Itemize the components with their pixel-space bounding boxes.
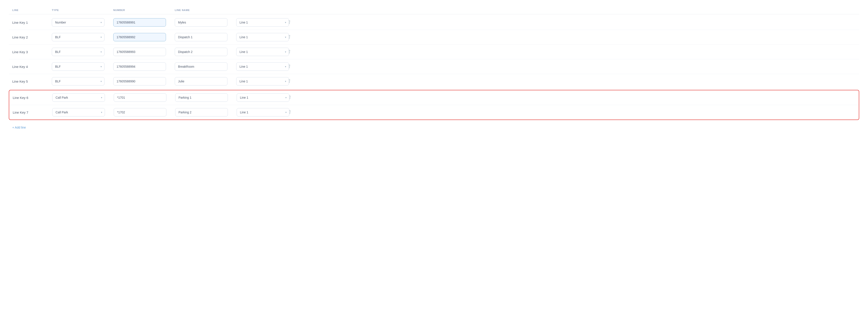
line-option-select[interactable]: Line 1Line 2Line 3: [237, 93, 289, 102]
table-row: Line Key 5NumberBLFCall ParkSpeed DialLi…: [9, 74, 859, 89]
table-row: Line Key 4NumberBLFCall ParkSpeed DialLi…: [9, 59, 859, 74]
number-col: [114, 93, 175, 102]
line-key-label: Line Key 1: [12, 21, 52, 24]
line-option-select[interactable]: Line 1Line 2Line 3: [236, 48, 289, 56]
highlighted-rows-container: Line Key 6NumberBLFCall ParkSpeed DialLi…: [9, 90, 859, 120]
line-key-label: Line Key 2: [12, 35, 52, 39]
name-col: [175, 77, 236, 86]
type-col: NumberBLFCall ParkSpeed DialLine▾: [52, 62, 113, 71]
type-select[interactable]: NumberBLFCall ParkSpeed DialLine: [52, 48, 104, 56]
type-select-wrapper: NumberBLFCall ParkSpeed DialLine▾: [52, 77, 104, 86]
type-select-wrapper: NumberBLFCall ParkSpeed DialLine▾: [52, 33, 104, 41]
line-key-label: Line Key 3: [12, 50, 52, 54]
name-input[interactable]: [175, 18, 227, 27]
type-select-wrapper: NumberBLFCall ParkSpeed DialLine▾: [52, 93, 105, 102]
line-option-select-wrapper: Line 1Line 2Line 3▾: [236, 18, 289, 27]
line-option-col: Line 1Line 2Line 3▾: [236, 62, 284, 71]
line-key-label: Line Key 6: [13, 96, 52, 99]
type-col: NumberBLFCall ParkSpeed DialLine▾: [52, 93, 114, 102]
line-option-select[interactable]: Line 1Line 2Line 3: [237, 108, 289, 116]
type-select-wrapper: NumberBLFCall ParkSpeed DialLine▾: [52, 18, 104, 27]
table-row: Line Key 1NumberBLFCall ParkSpeed DialLi…: [9, 15, 859, 30]
name-col: [175, 93, 237, 102]
name-col: [175, 18, 236, 27]
type-select[interactable]: NumberBLFCall ParkSpeed DialLine: [52, 62, 104, 71]
type-select[interactable]: NumberBLFCall ParkSpeed DialLine: [52, 33, 104, 41]
header-line-name: LINE NAME: [175, 9, 236, 11]
line-option-col: Line 1Line 2Line 3▾: [236, 77, 284, 86]
number-col: [114, 108, 175, 116]
line-option-select-wrapper: Line 1Line 2Line 3▾: [236, 48, 289, 56]
name-input[interactable]: [175, 48, 227, 56]
number-input[interactable]: [113, 77, 166, 86]
header-line-option: [236, 9, 284, 11]
header-number: NUMBER: [113, 9, 175, 11]
table-row: Line Key 3NumberBLFCall ParkSpeed DialLi…: [9, 45, 859, 59]
type-col: NumberBLFCall ParkSpeed DialLine▾: [52, 33, 113, 41]
number-input[interactable]: [114, 93, 166, 102]
type-select[interactable]: NumberBLFCall ParkSpeed DialLine: [52, 108, 105, 116]
call-park-group: Line Key 6NumberBLFCall ParkSpeed DialLi…: [9, 90, 859, 120]
line-option-select-wrapper: Line 1Line 2Line 3▾: [237, 93, 289, 102]
table-row: Line Key 2NumberBLFCall ParkSpeed DialLi…: [9, 30, 859, 45]
number-col: [113, 18, 175, 27]
type-select-wrapper: NumberBLFCall ParkSpeed DialLine▾: [52, 108, 105, 116]
number-col: [113, 33, 175, 41]
type-select-wrapper: NumberBLFCall ParkSpeed DialLine▾: [52, 62, 104, 71]
type-select[interactable]: NumberBLFCall ParkSpeed DialLine: [52, 93, 105, 102]
line-option-select-wrapper: Line 1Line 2Line 3▾: [236, 77, 289, 86]
line-key-label: Line Key 4: [12, 65, 52, 68]
type-select[interactable]: NumberBLFCall ParkSpeed DialLine: [52, 18, 104, 27]
line-option-select[interactable]: Line 1Line 2Line 3: [236, 18, 289, 27]
header-line: LINE: [12, 9, 52, 11]
name-input[interactable]: [175, 108, 228, 116]
line-option-col: Line 1Line 2Line 3▾: [236, 48, 284, 56]
number-input[interactable]: [113, 48, 166, 56]
type-col: NumberBLFCall ParkSpeed DialLine▾: [52, 108, 114, 116]
number-col: [113, 48, 175, 56]
type-col: NumberBLFCall ParkSpeed DialLine▾: [52, 18, 113, 27]
table-row: Line Key 6NumberBLFCall ParkSpeed DialLi…: [9, 90, 859, 105]
line-option-col: Line 1Line 2Line 3▾: [237, 93, 285, 102]
line-keys-table: LINE TYPE NUMBER LINE NAME Line Key 1Num…: [9, 9, 859, 132]
name-input[interactable]: [175, 93, 228, 102]
header-actions: [284, 9, 298, 11]
line-option-col: Line 1Line 2Line 3▾: [236, 18, 284, 27]
line-option-select[interactable]: Line 1Line 2Line 3: [236, 77, 289, 86]
number-input[interactable]: [113, 62, 166, 71]
line-option-select-wrapper: Line 1Line 2Line 3▾: [236, 33, 289, 41]
header-type: TYPE: [52, 9, 113, 11]
number-col: [113, 62, 175, 71]
line-option-col: Line 1Line 2Line 3▾: [236, 33, 284, 41]
name-col: [175, 48, 236, 56]
type-col: NumberBLFCall ParkSpeed DialLine▾: [52, 77, 113, 86]
line-key-label: Line Key 5: [12, 80, 52, 83]
type-col: NumberBLFCall ParkSpeed DialLine▾: [52, 48, 113, 56]
regular-rows: Line Key 1NumberBLFCall ParkSpeed DialLi…: [9, 15, 859, 89]
number-col: [113, 77, 175, 86]
line-key-label: Line Key 7: [13, 111, 52, 114]
table-row: Line Key 7NumberBLFCall ParkSpeed DialLi…: [9, 105, 859, 120]
name-input[interactable]: [175, 62, 227, 71]
add-line-button[interactable]: + Add line: [9, 123, 29, 132]
number-input[interactable]: [113, 18, 166, 27]
type-select-wrapper: NumberBLFCall ParkSpeed DialLine▾: [52, 48, 104, 56]
name-col: [175, 108, 237, 116]
name-col: [175, 33, 236, 41]
name-input[interactable]: [175, 77, 227, 86]
line-option-select-wrapper: Line 1Line 2Line 3▾: [237, 108, 289, 116]
number-input[interactable]: [114, 108, 166, 116]
line-option-select[interactable]: Line 1Line 2Line 3: [236, 62, 289, 71]
name-input[interactable]: [175, 33, 227, 41]
line-option-select-wrapper: Line 1Line 2Line 3▾: [236, 62, 289, 71]
line-option-select[interactable]: Line 1Line 2Line 3: [236, 33, 289, 41]
type-select[interactable]: NumberBLFCall ParkSpeed DialLine: [52, 77, 104, 86]
number-input[interactable]: [113, 33, 166, 41]
table-header: LINE TYPE NUMBER LINE NAME: [9, 9, 859, 14]
name-col: [175, 62, 236, 71]
line-option-col: Line 1Line 2Line 3▾: [237, 108, 285, 116]
